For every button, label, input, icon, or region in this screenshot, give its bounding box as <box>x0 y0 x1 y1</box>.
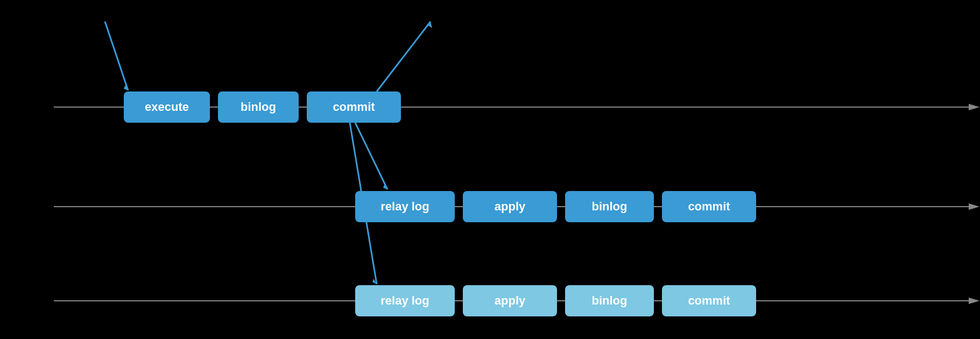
svg-line-10 <box>355 123 387 189</box>
svg-marker-5 <box>969 298 979 304</box>
replica1-binlog-box: binlog <box>565 191 654 222</box>
replica1-commit-box: commit <box>662 191 756 222</box>
svg-line-6 <box>105 22 128 90</box>
replica1-apply-box: apply <box>463 191 557 222</box>
diagram: execute binlog commit relay log apply bi… <box>0 0 980 339</box>
replica2-binlog-box: binlog <box>565 285 654 316</box>
svg-marker-1 <box>969 104 979 110</box>
svg-marker-13 <box>372 279 377 284</box>
master-commit-box: commit <box>307 91 401 123</box>
svg-marker-9 <box>427 22 432 28</box>
svg-marker-3 <box>969 203 979 210</box>
replica2-apply-box: apply <box>463 285 557 316</box>
replica2-commit-box: commit <box>662 285 756 316</box>
replica1-relay-log-box: relay log <box>355 191 455 222</box>
svg-marker-11 <box>383 185 387 189</box>
svg-marker-7 <box>124 85 128 90</box>
execute-box: execute <box>124 91 210 123</box>
replica2-relay-log-box: relay log <box>355 285 455 316</box>
master-binlog-box: binlog <box>218 91 299 123</box>
svg-line-8 <box>377 22 431 91</box>
